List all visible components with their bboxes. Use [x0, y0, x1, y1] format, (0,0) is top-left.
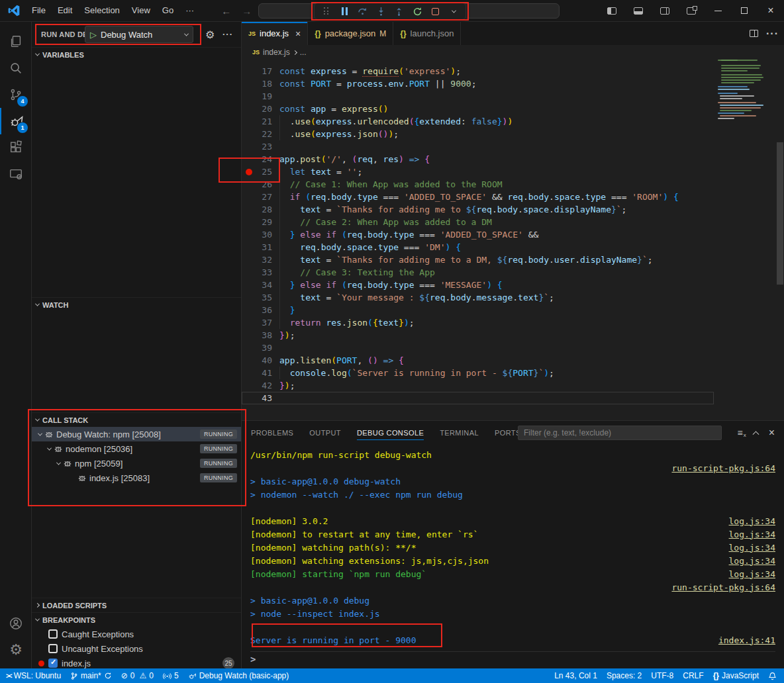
clear-console-icon[interactable]: ≡ — [737, 428, 742, 438]
start-debug-icon[interactable]: ▷ — [90, 30, 97, 40]
encoding-item[interactable]: UTF-8 — [646, 668, 678, 683]
code-line[interactable]: 23 — [242, 140, 784, 153]
pause-icon[interactable] — [337, 4, 353, 19]
menu-go[interactable]: Go — [156, 3, 179, 18]
remote-indicator[interactable]: >< WSL: Ubuntu — [1, 668, 66, 683]
console-source-link[interactable]: log.js:34 — [729, 569, 775, 579]
tab-problems[interactable]: PROBLEMS — [251, 421, 293, 444]
call-stack-row[interactable]: npm [25059]RUNNING — [32, 456, 241, 471]
breakpoint-dot[interactable] — [246, 93, 252, 100]
code-line[interactable]: 17const express = require('express'); — [242, 65, 784, 77]
breakpoint-dot[interactable] — [246, 68, 252, 75]
extensions-icon[interactable] — [0, 134, 32, 161]
notifications-bell-icon[interactable] — [763, 668, 781, 683]
menu-selection[interactable]: Selection — [78, 3, 125, 18]
code-line[interactable]: 28 text = `Thanks for adding me to ${req… — [242, 203, 784, 216]
step-out-icon[interactable] — [391, 4, 407, 19]
cursor-position-item[interactable]: Ln 43, Col 1 — [550, 668, 602, 683]
menu-edit[interactable]: Edit — [52, 3, 78, 18]
code-line[interactable]: 34 } else if (req.body.type === 'MESSAGE… — [242, 279, 784, 291]
code-line[interactable]: 30 } else if (req.body.type === 'ADDED_T… — [242, 228, 784, 241]
breakpoint-dot[interactable] — [246, 169, 252, 175]
variables-section-header[interactable]: VARIABLES — [32, 47, 241, 62]
restart-icon[interactable] — [410, 4, 426, 19]
errors-warnings-item[interactable]: ⊘ 0 ⚠ 0 — [117, 668, 158, 683]
step-over-icon[interactable] — [355, 4, 371, 19]
breakpoint-dot[interactable] — [246, 194, 252, 201]
settings-gear-icon[interactable]: ⚙ — [0, 637, 32, 663]
watch-section-header[interactable]: WATCH — [32, 297, 241, 312]
breakpoint-dot[interactable] — [246, 118, 252, 125]
breakpoint-dot[interactable] — [246, 232, 252, 238]
forward-arrow-icon[interactable]: → — [236, 5, 257, 17]
sidebar-more-actions-icon[interactable]: ··· — [222, 29, 233, 39]
code-line[interactable]: 43 — [242, 392, 714, 404]
breakpoint-dot[interactable] — [246, 219, 252, 226]
code-line[interactable]: 32 text = `Thanks for adding me to a DM,… — [242, 253, 784, 266]
code-line[interactable]: 24app.post('/', (req, res) => { — [242, 153, 784, 165]
back-arrow-icon[interactable]: ← — [216, 5, 236, 17]
tab-launch-json[interactable]: {} launch.json — [393, 22, 461, 45]
toggle-left-sidebar-icon[interactable] — [599, 0, 625, 21]
maximize-panel-icon[interactable] — [752, 431, 759, 437]
drag-grip-icon[interactable] — [318, 4, 334, 19]
menu-overflow[interactable]: ··· — [179, 3, 200, 18]
close-icon[interactable]: × — [758, 0, 784, 21]
code-line[interactable]: 41 console.log(`Server is running in por… — [242, 367, 784, 379]
breakpoint-checkbox[interactable] — [48, 644, 58, 653]
breakpoint-dot[interactable] — [246, 332, 252, 339]
code-line[interactable]: 25 let text = ''; — [242, 165, 784, 178]
code-line[interactable]: 37 return res.json({text}); — [242, 316, 784, 329]
chevron-down-icon[interactable] — [446, 4, 462, 19]
debug-console-input[interactable]: > — [250, 651, 775, 666]
minimize-icon[interactable] — [705, 0, 731, 21]
maximize-icon[interactable] — [731, 0, 758, 21]
search-icon[interactable] — [0, 55, 32, 81]
debug-status-item[interactable]: Debug Watch (basic-app) — [183, 668, 294, 683]
loaded-scripts-section-header[interactable]: LOADED SCRIPTS — [32, 598, 241, 612]
breakpoint-dot[interactable] — [246, 131, 252, 138]
breakpoint-dot[interactable] — [246, 156, 252, 163]
git-branch-item[interactable]: main* — [66, 668, 117, 683]
breakpoint-dot[interactable] — [246, 295, 252, 301]
console-source-link[interactable]: log.js:34 — [729, 543, 775, 553]
breakpoint-dot[interactable] — [246, 181, 252, 188]
debug-settings-gear-icon[interactable]: ⚙ — [205, 28, 215, 41]
breakpoint-dot[interactable] — [246, 320, 252, 326]
code-line[interactable]: 31 req.body.space.type === 'DM') { — [242, 241, 784, 253]
minimap[interactable] — [718, 58, 776, 121]
breakpoints-section-header[interactable]: BREAKPOINTS — [32, 612, 241, 627]
breakpoint-dot[interactable] — [246, 357, 252, 364]
breakpoint-dot[interactable] — [246, 244, 252, 251]
call-stack-row[interactable]: index.js [25083]RUNNING — [32, 471, 241, 485]
call-stack-section-header[interactable]: CALL STACK — [32, 412, 241, 427]
code-line[interactable]: 22 .use(express.json()); — [242, 128, 784, 140]
code-area[interactable]: 17const express = require('express');18c… — [242, 65, 784, 404]
code-line[interactable]: 39 — [242, 342, 784, 354]
tab-index-js[interactable]: JS index.js × — [242, 22, 308, 45]
breakpoint-dot[interactable] — [246, 257, 252, 263]
code-line[interactable]: 33 // Case 3: Texting the App — [242, 266, 784, 279]
code-line[interactable]: 21 .use(express.urlencoded({extended: fa… — [242, 115, 784, 128]
eol-item[interactable]: CRLF — [678, 668, 708, 683]
indentation-item[interactable]: Spaces: 2 — [602, 668, 646, 683]
console-filter-input[interactable] — [518, 426, 722, 440]
breakpoint-dot[interactable] — [246, 307, 252, 314]
editor-scrollbar[interactable] — [776, 22, 784, 420]
remote-explorer-icon[interactable] — [0, 161, 32, 187]
console-source-link[interactable]: index.js:41 — [718, 635, 775, 645]
breakpoint-dot[interactable] — [246, 345, 252, 351]
code-line[interactable]: 36 } — [242, 304, 784, 316]
breakpoint-dot[interactable] — [246, 144, 252, 150]
source-control-icon[interactable]: 4 — [0, 81, 32, 108]
code-line[interactable]: 42}); — [242, 379, 784, 392]
toggle-panel-icon[interactable] — [625, 0, 652, 21]
code-line[interactable]: 38}); — [242, 329, 784, 342]
code-line[interactable]: 27 if (req.body.type === 'ADDED_TO_SPACE… — [242, 191, 784, 203]
breakpoint-dot[interactable] — [246, 370, 252, 377]
breakpoint-dot[interactable] — [246, 395, 252, 402]
launch-config-dropdown[interactable]: ▷ Debug Watch — [85, 26, 193, 43]
console-source-link[interactable]: run-script-pkg.js:64 — [671, 582, 775, 592]
split-editor-icon[interactable] — [750, 30, 758, 37]
breakpoint-checkbox[interactable] — [48, 629, 58, 639]
